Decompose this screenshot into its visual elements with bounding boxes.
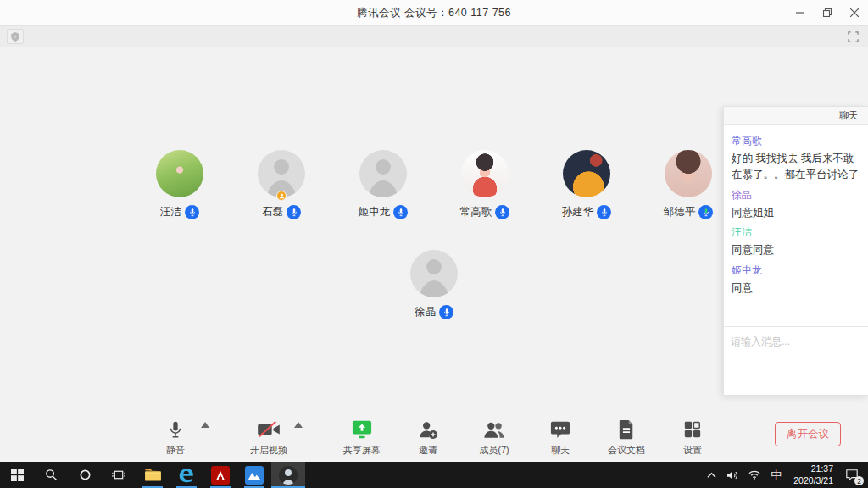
- action-center-button[interactable]: 2: [841, 462, 863, 488]
- audio-options-arrow[interactable]: [201, 422, 209, 428]
- ime-indicator[interactable]: 中: [766, 462, 786, 488]
- share-screen-label: 共享屏幕: [343, 444, 381, 457]
- adobe-reader-icon: [211, 466, 230, 485]
- chat-sender-name: 常高歌: [732, 134, 860, 148]
- chat-message-text: 同意: [732, 280, 860, 297]
- chat-message: 姬中龙 同意: [732, 263, 860, 297]
- meeting-stage: 汪洁 石磊: [0, 47, 868, 462]
- minimize-button[interactable]: [787, 0, 814, 25]
- mountain-app-icon: [245, 466, 264, 485]
- fullscreen-icon: [848, 31, 859, 42]
- search-icon: [45, 469, 58, 481]
- fullscreen-button[interactable]: [844, 29, 861, 44]
- participant-name: 徐晶: [415, 305, 436, 319]
- chat-panel-title: 聊天: [839, 109, 858, 122]
- microphone-on-icon[interactable]: [597, 205, 611, 219]
- participant-tile: 徐晶: [383, 250, 485, 319]
- participant-tile: 石磊: [231, 150, 332, 219]
- participant-name: 常高歌: [460, 205, 492, 219]
- volume-button[interactable]: [722, 462, 743, 488]
- participant-tile: 姬中龙: [332, 150, 434, 219]
- taskbar-search-button[interactable]: [34, 462, 68, 488]
- camera-off-icon: [257, 419, 281, 441]
- invite-button[interactable]: 邀请: [406, 419, 450, 457]
- meeting-docs-label: 会议文档: [608, 444, 645, 457]
- chat-message-text: 好的 我找找去 我后来不敢在慕了。。都在平台讨论了: [732, 151, 860, 184]
- chat-button[interactable]: 聊天: [538, 419, 582, 457]
- taskbar-clock[interactable]: 21:37 2020/3/21: [787, 463, 839, 485]
- tencent-meeting-icon: [279, 466, 298, 485]
- settings-label: 设置: [683, 444, 702, 457]
- host-badge-icon: [276, 191, 287, 201]
- chat-message-list: 常高歌 好的 我找找去 我后来不敢在慕了。。都在平台讨论了 徐晶 同意姐姐 汪洁…: [724, 125, 868, 326]
- edge-browser-button[interactable]: [170, 462, 203, 488]
- settings-icon: [683, 419, 702, 441]
- task-view-button[interactable]: [102, 462, 136, 488]
- microphone-speaking-icon[interactable]: [698, 205, 713, 219]
- start-video-button[interactable]: 开启视频: [247, 419, 291, 457]
- taskbar-time: 21:37: [793, 463, 833, 474]
- meeting-toolbar: 静音 开启视频 共享屏幕 邀请: [153, 419, 715, 457]
- mute-label: 静音: [166, 444, 185, 457]
- restore-button[interactable]: [814, 0, 841, 25]
- wifi-icon: [748, 470, 760, 480]
- chat-message-text: 同意同意: [732, 242, 860, 258]
- members-button[interactable]: 成员(7): [472, 419, 516, 457]
- microphone-on-icon[interactable]: [495, 205, 509, 219]
- participant-name: 邹德平: [664, 205, 696, 219]
- chat-sender-name: 徐晶: [732, 188, 860, 202]
- microphone-on-icon[interactable]: [393, 205, 408, 219]
- participant-tile: 汪洁: [129, 150, 231, 219]
- chat-panel: 聊天 常高歌 好的 我找找去 我后来不敢在慕了。。都在平台讨论了 徐晶 同意姐姐…: [723, 106, 868, 396]
- windows-taskbar: 中 21:37 2020/3/21 2: [0, 462, 868, 488]
- task-view-icon: [112, 469, 125, 481]
- settings-button[interactable]: 设置: [670, 419, 715, 457]
- chat-sender-name: 姬中龙: [732, 263, 860, 278]
- meeting-security-button[interactable]: [7, 29, 24, 44]
- participant-name: 汪洁: [160, 205, 181, 219]
- cortana-button[interactable]: [68, 462, 102, 488]
- chevron-up-icon: [707, 472, 716, 479]
- file-explorer-button[interactable]: [136, 462, 170, 488]
- close-button[interactable]: [841, 0, 868, 25]
- meeting-docs-button[interactable]: 会议文档: [604, 419, 648, 457]
- network-button[interactable]: [744, 462, 765, 488]
- chat-sender-name: 汪洁: [732, 225, 860, 240]
- leave-meeting-button[interactable]: 离开会议: [775, 422, 841, 446]
- participant-tile: 孙建华: [536, 150, 637, 219]
- chat-panel-header[interactable]: 聊天: [724, 107, 868, 125]
- invite-icon: [418, 419, 438, 441]
- microphone-icon: [167, 419, 184, 441]
- microphone-on-icon[interactable]: [439, 305, 453, 319]
- avatar: [665, 150, 712, 197]
- start-button[interactable]: [0, 462, 34, 488]
- chat-icon: [550, 419, 570, 441]
- adobe-reader-button[interactable]: [203, 462, 237, 488]
- screen-share-icon: [351, 419, 373, 441]
- show-hidden-icons-button[interactable]: [703, 462, 721, 488]
- participant-tile: 常高歌: [434, 150, 536, 219]
- share-screen-button[interactable]: 共享屏幕: [340, 419, 384, 457]
- avatar: [156, 150, 203, 197]
- chat-message: 徐晶 同意姐姐: [732, 188, 860, 221]
- members-label: 成员(7): [479, 444, 509, 457]
- window-title: 腾讯会议 会议号：640 117 756: [357, 6, 511, 20]
- avatar: [461, 150, 509, 197]
- invite-label: 邀请: [419, 444, 437, 457]
- speaker-icon: [726, 470, 738, 480]
- microphone-on-icon[interactable]: [287, 205, 301, 219]
- tencent-meeting-window-button[interactable]: [271, 462, 305, 488]
- meeting-info-bar: [0, 25, 868, 47]
- title-bar: 腾讯会议 会议号：640 117 756: [0, 0, 868, 25]
- start-video-label: 开启视频: [250, 444, 287, 457]
- shield-icon: [11, 32, 19, 42]
- mute-button[interactable]: 静音: [153, 419, 198, 457]
- chat-message: 常高歌 好的 我找找去 我后来不敢在慕了。。都在平台讨论了: [732, 134, 860, 184]
- avatar: [410, 250, 458, 297]
- mountain-app-button[interactable]: [237, 462, 271, 488]
- members-icon: [483, 419, 505, 441]
- microphone-on-icon[interactable]: [185, 205, 199, 219]
- chat-message-input[interactable]: [731, 336, 861, 347]
- video-options-arrow[interactable]: [294, 422, 303, 428]
- participant-name: 姬中龙: [359, 205, 391, 219]
